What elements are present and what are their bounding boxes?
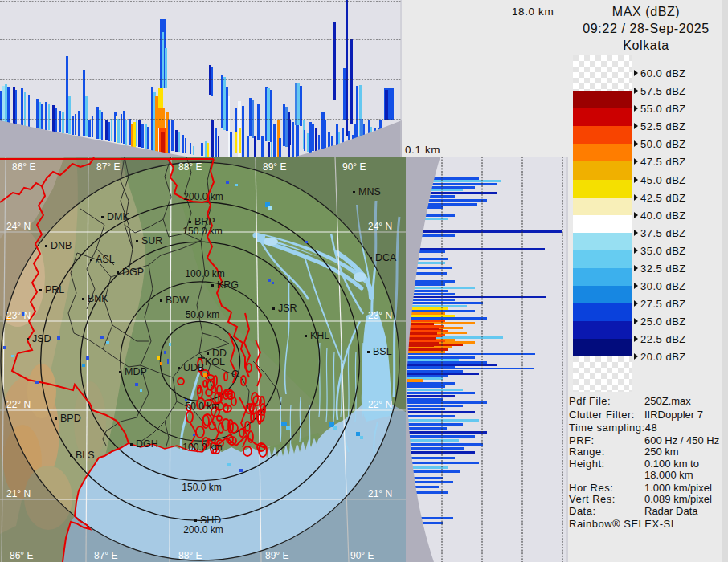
svg-text:BDW: BDW: [166, 295, 189, 306]
svg-text:23° N: 23° N: [6, 310, 31, 321]
svg-text:86° E: 86° E: [10, 550, 33, 561]
svg-text:90° E: 90° E: [342, 161, 366, 173]
svg-text:JSR: JSR: [278, 303, 297, 314]
svg-text:SUR: SUR: [141, 235, 162, 246]
svg-text:SHD: SHD: [200, 515, 221, 526]
svg-text:200.0 km: 200.0 km: [183, 524, 223, 536]
svg-text:21° N: 21° N: [6, 488, 31, 499]
svg-text:88° E: 88° E: [178, 550, 202, 561]
svg-text:50.0 km: 50.0 km: [186, 401, 220, 412]
svg-text:22° N: 22° N: [368, 399, 392, 410]
svg-text:90° E: 90° E: [350, 550, 374, 561]
svg-text:MDP: MDP: [125, 366, 147, 377]
svg-text:DNB: DNB: [51, 240, 72, 251]
svg-text:BNK: BNK: [88, 293, 108, 304]
svg-text:MNS: MNS: [358, 186, 381, 198]
svg-text:89° E: 89° E: [263, 161, 286, 173]
svg-text:21° N: 21° N: [368, 488, 392, 499]
svg-text:DGP: DGP: [122, 267, 144, 278]
svg-text:24° N: 24° N: [6, 221, 31, 232]
svg-text:KRG: KRG: [217, 279, 239, 291]
svg-text:100.0 km: 100.0 km: [182, 442, 222, 453]
svg-text:KOL: KOL: [205, 356, 225, 368]
svg-text:150.0 km: 150.0 km: [182, 226, 222, 237]
svg-text:PRL: PRL: [45, 284, 64, 295]
svg-text:24° N: 24° N: [368, 221, 392, 232]
svg-text:DCA: DCA: [375, 252, 397, 263]
svg-text:JSD: JSD: [32, 333, 51, 344]
svg-text:50.0 km: 50.0 km: [186, 309, 220, 320]
svg-text:C: C: [231, 369, 239, 380]
svg-text:UDB: UDB: [183, 362, 204, 373]
svg-text:BLS: BLS: [76, 450, 95, 461]
svg-text:BSL: BSL: [373, 346, 392, 357]
svg-text:BRP: BRP: [194, 216, 215, 227]
svg-text:150.0 km: 150.0 km: [182, 482, 221, 493]
svg-text:86° E: 86° E: [12, 161, 35, 173]
svg-text:88° E: 88° E: [178, 161, 202, 173]
svg-text:22° N: 22° N: [6, 399, 31, 410]
svg-text:87° E: 87° E: [96, 161, 120, 173]
svg-text:87° E: 87° E: [94, 550, 117, 561]
svg-text:DGH: DGH: [136, 438, 158, 450]
svg-text:89° E: 89° E: [265, 550, 288, 561]
svg-text:BPD: BPD: [60, 413, 81, 424]
svg-text:ASL: ASL: [96, 254, 115, 265]
svg-text:23° N: 23° N: [368, 310, 392, 321]
svg-text:DMK: DMK: [107, 211, 129, 222]
svg-text:100.0 km: 100.0 km: [185, 268, 224, 279]
svg-text:200.0 km: 200.0 km: [183, 191, 223, 202]
svg-text:KHL: KHL: [310, 330, 329, 341]
